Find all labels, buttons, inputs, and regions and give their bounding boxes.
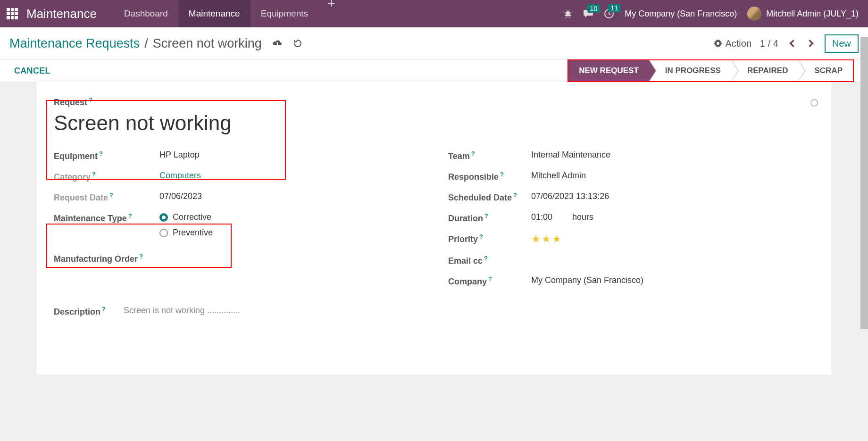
form-left-column: Equipment? HP Laptop Category? Computers… xyxy=(54,145,420,291)
activities-icon[interactable]: 11 xyxy=(604,8,614,19)
request-label: Request? xyxy=(54,96,814,108)
debug-icon[interactable] xyxy=(563,9,573,18)
messages-badge: 10 xyxy=(587,4,601,13)
radio-corrective-label: Corrective xyxy=(173,212,211,222)
breadcrumb-sep: / xyxy=(144,36,148,51)
top-nav: Maintenance Dashboard Maintenance Equipm… xyxy=(0,0,868,27)
help-icon[interactable]: ? xyxy=(99,150,103,157)
star-icon[interactable]: ★ xyxy=(552,233,561,245)
help-icon[interactable]: ? xyxy=(513,191,517,199)
radio-preventive-label: Preventive xyxy=(173,228,213,238)
category-field[interactable]: Computers xyxy=(159,171,201,181)
form-sheet: Request? Screen not working Equipment? H… xyxy=(37,82,831,374)
stage-tracker: NEW REQUEST IN PROGRESS REPAIRED SCRAP xyxy=(568,59,854,82)
duration-field[interactable]: 01:00 hours xyxy=(531,212,593,222)
company-selector[interactable]: My Company (San Francisco) xyxy=(625,9,737,19)
responsible-field[interactable]: Mitchell Admin xyxy=(531,171,586,181)
description-field[interactable]: Screen is not working .............. xyxy=(124,306,240,317)
avatar xyxy=(747,7,761,21)
stage-in-progress[interactable]: IN PROGRESS xyxy=(649,60,731,81)
apps-icon[interactable] xyxy=(7,8,18,19)
help-icon[interactable]: ? xyxy=(484,212,488,219)
company-label: Company? xyxy=(448,275,531,287)
star-icon[interactable]: ★ xyxy=(542,233,551,245)
kanban-state-icon[interactable] xyxy=(810,99,818,107)
action-button[interactable]: Action xyxy=(714,38,751,49)
radio-corrective[interactable] xyxy=(159,213,168,222)
priority-label: Priority? xyxy=(448,233,531,244)
messages-icon[interactable]: 10 xyxy=(583,9,593,18)
stage-new-request[interactable]: NEW REQUEST xyxy=(568,60,649,81)
nav-right: 10 11 My Company (San Francisco) Mitchel… xyxy=(563,0,868,27)
help-icon[interactable]: ? xyxy=(109,191,113,199)
help-icon[interactable]: ? xyxy=(484,255,488,262)
manufacturing-order-label: Manufacturing Order? xyxy=(54,253,159,264)
new-button[interactable]: New xyxy=(825,34,859,53)
scheduled-date-label: Scheduled Date? xyxy=(448,191,531,203)
help-icon[interactable]: ? xyxy=(92,171,96,178)
help-icon[interactable]: ? xyxy=(139,253,143,260)
duration-value: 01:00 xyxy=(531,212,552,222)
priority-field[interactable]: ★ ★ ★ xyxy=(531,233,561,245)
activities-badge: 11 xyxy=(608,4,621,12)
radio-preventive[interactable] xyxy=(159,229,168,237)
help-icon[interactable]: ? xyxy=(479,233,483,240)
breadcrumb-current: Screen not working xyxy=(153,36,262,51)
scrollbar-thumb[interactable] xyxy=(860,37,868,329)
help-icon[interactable]: ? xyxy=(488,275,492,283)
star-icon[interactable]: ★ xyxy=(531,233,541,245)
user-menu[interactable]: Mitchell Admin (JULY_1) xyxy=(747,7,859,21)
request-date-label: Request Date? xyxy=(54,191,159,203)
discard-icon[interactable] xyxy=(293,39,302,48)
form-right-column: Team? Internal Maintenance Responsible? … xyxy=(448,145,814,291)
stage-scrap[interactable]: SCRAP xyxy=(798,60,853,81)
help-icon[interactable]: ? xyxy=(89,96,92,103)
brand-title: Maintenance xyxy=(26,7,97,21)
request-date-field: 07/06/2023 xyxy=(159,191,202,201)
equipment-field[interactable]: HP Laptop xyxy=(159,150,200,160)
maintenance-type-label: Maintenance Type? xyxy=(54,212,159,224)
help-icon[interactable]: ? xyxy=(128,212,132,219)
cloud-save-icon[interactable] xyxy=(272,39,283,48)
scrollbar[interactable] xyxy=(860,37,868,441)
breadcrumb-root[interactable]: Maintenance Requests xyxy=(9,36,140,51)
nav-tabs: Dashboard Maintenance Equipments xyxy=(114,0,344,27)
nav-add-icon[interactable] xyxy=(318,0,344,27)
help-icon[interactable]: ? xyxy=(471,150,475,157)
equipment-label: Equipment? xyxy=(54,150,159,161)
team-field[interactable]: Internal Maintenance xyxy=(531,150,610,160)
request-title[interactable]: Screen not working xyxy=(54,111,814,135)
category-label: Category? xyxy=(54,171,159,182)
pager-prev-icon[interactable] xyxy=(787,39,797,48)
company-field[interactable]: My Company (San Francisco) xyxy=(531,275,643,285)
breadcrumb-right: Action 1 / 4 New xyxy=(714,34,859,53)
description-label: Description? xyxy=(54,306,124,317)
nav-tab-dashboard[interactable]: Dashboard xyxy=(114,0,178,27)
duration-label: Duration? xyxy=(448,212,531,224)
nav-tab-equipments[interactable]: Equipments xyxy=(250,0,318,27)
responsible-label: Responsible? xyxy=(448,171,531,182)
team-label: Team? xyxy=(448,150,531,161)
maintenance-type-field: Corrective Preventive xyxy=(159,212,213,243)
stage-repaired[interactable]: REPAIRED xyxy=(731,60,799,81)
pager-next-icon[interactable] xyxy=(806,39,816,48)
cancel-button[interactable]: CANCEL xyxy=(14,66,50,76)
breadcrumb-bar: Maintenance Requests / Screen not workin… xyxy=(0,27,868,59)
scheduled-date-field[interactable]: 07/06/2023 13:13:26 xyxy=(531,191,609,201)
duration-unit: hours xyxy=(572,212,593,222)
help-icon[interactable]: ? xyxy=(102,306,106,313)
pager-text[interactable]: 1 / 4 xyxy=(760,38,778,49)
user-name: Mitchell Admin (JULY_1) xyxy=(766,9,859,19)
nav-tab-maintenance[interactable]: Maintenance xyxy=(178,0,250,27)
help-icon[interactable]: ? xyxy=(500,171,504,178)
status-bar: CANCEL NEW REQUEST IN PROGRESS REPAIRED … xyxy=(0,59,868,82)
email-cc-label: Email cc? xyxy=(448,255,531,266)
action-label: Action xyxy=(725,38,751,49)
